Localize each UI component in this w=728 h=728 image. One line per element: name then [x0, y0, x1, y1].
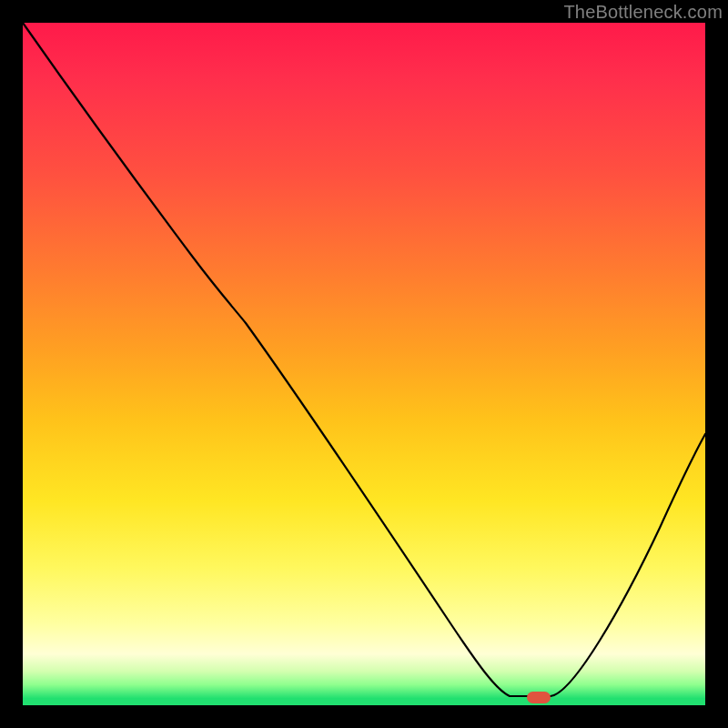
optimal-marker [527, 692, 551, 703]
chart-container: TheBottleneck.com [0, 0, 728, 728]
watermark-text: TheBottleneck.com [563, 2, 723, 23]
chart-overlay [23, 23, 705, 705]
bottleneck-curve [23, 23, 705, 696]
